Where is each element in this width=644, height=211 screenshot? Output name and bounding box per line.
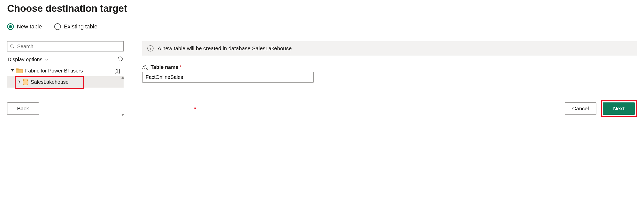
search-input-wrapper[interactable] <box>7 41 124 51</box>
radio-new-table[interactable]: New table <box>7 23 42 30</box>
database-icon <box>23 79 29 85</box>
tree-row-workspace[interactable]: Fabric for Power BI users [1] <box>7 65 124 76</box>
field-label-text: Table name <box>151 64 179 70</box>
tree-collapse-toggle[interactable] <box>10 69 15 72</box>
scrollbar[interactable] <box>121 76 125 116</box>
svg-point-0 <box>10 45 13 47</box>
chevron-down-icon <box>45 58 49 62</box>
svg-marker-7 <box>121 114 124 116</box>
info-banner: i A new table will be created in databas… <box>142 41 637 56</box>
tree-expand-toggle[interactable] <box>17 80 21 83</box>
radio-label: New table <box>17 23 42 30</box>
destination-tree: Fabric for Power BI users [1] SalesLa <box>7 65 124 88</box>
svg-marker-6 <box>121 76 124 79</box>
svg-marker-3 <box>18 80 20 83</box>
radio-unselected-icon <box>54 23 61 30</box>
scroll-down-icon <box>121 114 124 116</box>
display-options-dropdown[interactable]: Display options <box>8 57 49 62</box>
required-asterisk: * <box>179 64 181 70</box>
triangle-right-icon <box>18 80 20 83</box>
text-type-icon: ABC <box>142 65 148 70</box>
svg-line-1 <box>13 47 14 48</box>
scroll-up-icon <box>121 76 124 79</box>
radio-label: Existing table <box>64 23 97 30</box>
back-button[interactable]: Back <box>7 102 39 115</box>
vertical-divider <box>133 41 133 88</box>
destination-mode-radio-group: New table Existing table <box>7 23 637 30</box>
tree-row-lakehouse[interactable]: SalesLakehouse <box>7 76 124 88</box>
tree-label: SalesLakehouse <box>29 79 124 85</box>
info-icon: i <box>147 45 154 51</box>
info-message-text: A new table will be created in database … <box>158 45 292 51</box>
next-button[interactable]: Next <box>603 102 635 115</box>
radio-selected-icon <box>7 23 14 30</box>
refresh-button[interactable] <box>117 56 123 63</box>
display-options-label: Display options <box>8 57 42 62</box>
table-name-label: ABC Table name* <box>142 64 637 70</box>
page-title: Choose destination target <box>7 3 637 14</box>
triangle-down-icon <box>11 69 14 72</box>
table-name-input[interactable] <box>142 72 314 83</box>
svg-marker-2 <box>11 69 14 72</box>
tree-item-count: [1] <box>114 68 124 74</box>
tree-label: Fabric for Power BI users <box>23 68 114 74</box>
search-input[interactable] <box>17 43 121 50</box>
annotation-dot <box>194 108 196 109</box>
cancel-button[interactable]: Cancel <box>565 102 596 115</box>
radio-existing-table[interactable]: Existing table <box>54 23 97 30</box>
search-icon <box>10 44 15 49</box>
highlight-annotation: Next <box>601 100 637 117</box>
folder-icon <box>16 68 23 73</box>
refresh-icon <box>117 56 123 62</box>
